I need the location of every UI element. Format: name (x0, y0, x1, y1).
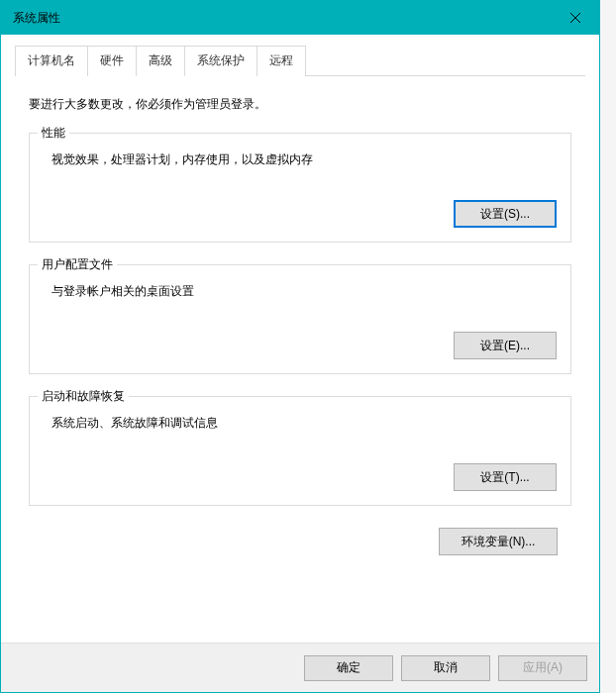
group-user-profiles-title: 用户配置文件 (38, 256, 117, 273)
ok-button[interactable]: 确定 (304, 655, 393, 681)
env-vars-row: 环境变量(N)... (29, 528, 571, 555)
tab-body-advanced: 要进行大多数更改，你必须作为管理员登录。 性能 视觉效果，处理器计划，内存使用，… (15, 76, 585, 575)
tab-strip: 计算机名 硬件 高级 系统保护 远程 (15, 45, 585, 76)
tab-remote[interactable]: 远程 (257, 46, 306, 76)
group-performance-desc: 视觉效果，处理器计划，内存使用，以及虚拟内存 (44, 149, 557, 168)
user-profiles-settings-button[interactable]: 设置(E)... (454, 332, 557, 359)
tab-hardware[interactable]: 硬件 (87, 46, 137, 76)
environment-variables-button[interactable]: 环境变量(N)... (439, 528, 558, 555)
group-startup-recovery: 启动和故障恢复 系统启动、系统故障和调试信息 设置(T)... (29, 396, 571, 506)
dialog-footer: 确定 取消 应用(A) (1, 643, 599, 692)
system-properties-window: 系统属性 计算机名 硬件 高级 系统保护 远程 要进行大多数更改，你必须作为管理… (0, 0, 600, 693)
window-title: 系统属性 (13, 10, 60, 27)
tab-system-protection[interactable]: 系统保护 (184, 46, 257, 76)
tab-computer-name[interactable]: 计算机名 (15, 46, 88, 76)
group-startup-recovery-title: 启动和故障恢复 (38, 388, 129, 405)
close-button[interactable] (552, 1, 599, 35)
cancel-button[interactable]: 取消 (401, 655, 490, 681)
group-startup-recovery-desc: 系统启动、系统故障和调试信息 (44, 413, 557, 432)
close-icon (569, 12, 581, 24)
startup-recovery-settings-button[interactable]: 设置(T)... (454, 463, 557, 491)
performance-settings-button[interactable]: 设置(S)... (454, 200, 557, 228)
group-performance: 性能 视觉效果，处理器计划，内存使用，以及虚拟内存 设置(S)... (29, 133, 571, 243)
group-user-profiles: 用户配置文件 与登录帐户相关的桌面设置 设置(E)... (29, 264, 571, 374)
background-strip (600, 0, 616, 693)
group-user-profiles-desc: 与登录帐户相关的桌面设置 (44, 281, 557, 300)
group-performance-title: 性能 (38, 125, 69, 142)
content-area: 计算机名 硬件 高级 系统保护 远程 要进行大多数更改，你必须作为管理员登录。 … (1, 35, 599, 643)
tab-advanced[interactable]: 高级 (136, 46, 185, 76)
titlebar: 系统属性 (1, 1, 599, 35)
apply-button[interactable]: 应用(A) (498, 655, 587, 681)
intro-text: 要进行大多数更改，你必须作为管理员登录。 (29, 96, 571, 113)
